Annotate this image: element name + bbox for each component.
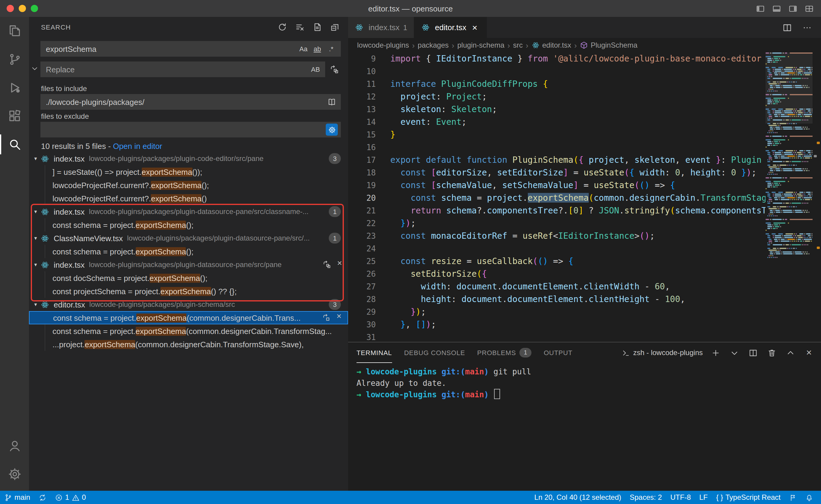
more-actions-icon[interactable] (801, 21, 813, 33)
language-mode-indicator[interactable]: { } TypeScript React (712, 491, 785, 504)
breadcrumb-item[interactable]: packages (418, 41, 449, 49)
split-editor-icon[interactable] (781, 21, 793, 33)
panel-tab-debug-console[interactable]: DEBUG CONSOLE (404, 342, 465, 363)
code-line[interactable]: 18 const [editorSize, setEditorSize] = u… (348, 166, 766, 179)
code-line[interactable]: 29 }); (348, 306, 766, 318)
replace-input[interactable] (41, 65, 309, 74)
code-line[interactable]: 22 }); (348, 217, 766, 230)
minimap[interactable] (766, 52, 813, 342)
terminal-output[interactable]: → lowcode-plugins git:(main) git pullAlr… (348, 363, 821, 491)
result-match-row[interactable]: const projectSchema = project.exportSche… (29, 285, 348, 298)
code-line[interactable]: 25 const resize = useCallback(() => { (348, 255, 766, 268)
search-open-editors-icon[interactable] (326, 96, 338, 108)
breadcrumb-item[interactable]: lowcode-plugins (357, 41, 409, 49)
breadcrumb-item[interactable]: src (513, 41, 523, 49)
code-line[interactable]: 28 height: document.documentElement.clie… (348, 293, 766, 306)
refresh-icon[interactable] (276, 21, 288, 33)
feedback-indicator[interactable] (785, 491, 801, 504)
code-line[interactable]: 10 (348, 65, 766, 78)
result-match-row[interactable]: const schema = project.exportSchema(); (29, 218, 348, 232)
result-file-row[interactable]: ▾index.tsxlowcode-plugins/packages/plugi… (29, 152, 348, 165)
activity-item-accounts[interactable] (0, 432, 29, 460)
problems-indicator[interactable]: 1 0 (51, 491, 90, 504)
toggle-panel-icon[interactable] (772, 4, 781, 13)
result-match-row[interactable]: lowcodeProjectRef.current?.exportSchema(… (29, 192, 348, 205)
terminal-dropdown-icon[interactable] (728, 347, 740, 359)
breadcrumb-item[interactable]: plugin-schema (457, 41, 504, 49)
clear-search-results-icon[interactable] (294, 21, 306, 33)
activity-item-explorer[interactable] (0, 17, 29, 45)
code-line[interactable]: 24 (348, 242, 766, 255)
code-line[interactable]: 31 (348, 331, 766, 342)
result-file-row[interactable]: ▾ClassNameView.tsxlowcode-plugins/packag… (29, 232, 348, 245)
activity-item-source-control[interactable] (0, 45, 29, 74)
new-terminal-icon[interactable] (709, 347, 722, 359)
dismiss-result-icon[interactable]: × (336, 312, 341, 324)
result-match-row[interactable]: const schema = project.exportSchema(comm… (29, 311, 348, 324)
breadcrumb-item[interactable]: PluginSchema (580, 41, 637, 49)
chevron-down-icon[interactable]: ▾ (31, 209, 40, 215)
terminal-shell-selector[interactable]: zsh - lowcode-plugins (622, 348, 703, 357)
dismiss-result-icon[interactable]: × (337, 259, 342, 271)
maximize-panel-icon[interactable] (784, 347, 796, 359)
result-match-row[interactable]: ] = useState(() => project.exportSchema(… (29, 165, 348, 178)
code-line[interactable]: 19 const [schemaValue, setSchemaValue] =… (348, 179, 766, 192)
open-in-editor-link[interactable]: Open in editor (113, 142, 162, 151)
chevron-down-icon[interactable]: ▾ (31, 262, 40, 268)
kill-terminal-icon[interactable] (766, 347, 778, 359)
regex-toggle[interactable]: .* (325, 43, 337, 55)
code-line[interactable]: 21 return schema?.componentsTree?.[0] ? … (348, 204, 766, 217)
code-line[interactable]: 13 skeleton: Skeleton; (348, 103, 766, 116)
code-line[interactable]: 23 const monacoEditorRef = useRef<IEdito… (348, 230, 766, 242)
breadcrumb-item[interactable]: editor.tsx (532, 41, 571, 49)
use-exclude-settings-toggle[interactable] (326, 124, 338, 136)
split-terminal-icon[interactable] (747, 347, 759, 359)
indentation-indicator[interactable]: Spaces: 2 (626, 491, 666, 504)
result-match-row[interactable]: const schema = project.exportSchema(); (29, 245, 348, 258)
activity-item-settings[interactable] (0, 460, 29, 488)
result-file-row[interactable]: ▾editor.tsxlowcode-plugins/packages/plug… (29, 298, 348, 311)
zoom-window-button[interactable] (31, 5, 38, 12)
match-case-toggle[interactable]: Aa (297, 43, 309, 55)
toggle-replace-icon[interactable] (30, 60, 39, 76)
notifications-bell[interactable] (801, 491, 817, 504)
files-exclude-input[interactable] (41, 125, 326, 134)
code-line[interactable]: 26 setEditorSize({ (348, 268, 766, 280)
panel-tab-terminal[interactable]: TERMINAL (356, 342, 392, 363)
code-line[interactable]: 27 width: document.documentElement.clien… (348, 280, 766, 293)
whole-word-toggle[interactable]: ab (311, 43, 323, 55)
result-file-row[interactable]: ▾index.tsxlowcode-plugins/packages/plugi… (29, 258, 348, 271)
code-line[interactable]: 16 (348, 141, 766, 154)
minimize-window-button[interactable] (19, 5, 26, 12)
result-match-row[interactable]: const docSchema = project.exportSchema()… (29, 271, 348, 285)
activity-item-extensions[interactable] (0, 102, 29, 130)
activity-item-run-debug[interactable] (0, 74, 29, 102)
code-line[interactable]: 20 const schema = project.exportSchema(c… (348, 192, 766, 204)
open-new-search-editor-icon[interactable] (311, 21, 323, 33)
collapse-all-icon[interactable] (329, 21, 341, 33)
code-line[interactable]: 30 }, []); (348, 318, 766, 331)
editor-tab-index.tsx[interactable]: index.tsx1 (348, 17, 415, 38)
activity-item-search[interactable] (0, 130, 29, 159)
chevron-down-icon[interactable]: ▾ (31, 156, 40, 162)
code-editor[interactable]: 9import { IEditorInstance } from '@alilc… (348, 52, 821, 342)
replace-all-button[interactable] (327, 63, 341, 76)
replace-all-icon[interactable] (321, 259, 333, 271)
encoding-indicator[interactable]: UTF-8 (666, 491, 695, 504)
panel-tab-output[interactable]: OUTPUT (544, 342, 573, 363)
git-branch-indicator[interactable]: main (0, 491, 34, 504)
code-line[interactable]: 15} (348, 128, 766, 141)
result-file-row[interactable]: ▾index.tsxlowcode-plugins/packages/plugi… (29, 205, 348, 218)
code-line[interactable]: 17export default function PluginSchema({… (348, 154, 766, 166)
code-line[interactable]: 9import { IEditorInstance } from '@alilc… (348, 52, 766, 65)
cursor-position-indicator[interactable]: Ln 20, Col 40 (12 selected) (530, 491, 626, 504)
result-match-row[interactable]: const schema = project.exportSchema(comm… (29, 324, 348, 338)
eol-indicator[interactable]: LF (695, 491, 712, 504)
code-line[interactable]: 11interface PluginCodeDiffProps { (348, 78, 766, 90)
toggle-secondary-sidebar-icon[interactable] (788, 4, 797, 13)
customize-layout-icon[interactable] (805, 4, 814, 13)
close-panel-icon[interactable]: × (803, 347, 815, 359)
result-match-row[interactable]: lowcodeProjectRef.current?.exportSchema(… (29, 178, 348, 192)
editor-tab-editor.tsx[interactable]: editor.tsx× (415, 17, 487, 38)
chevron-down-icon[interactable]: ▾ (31, 235, 40, 241)
